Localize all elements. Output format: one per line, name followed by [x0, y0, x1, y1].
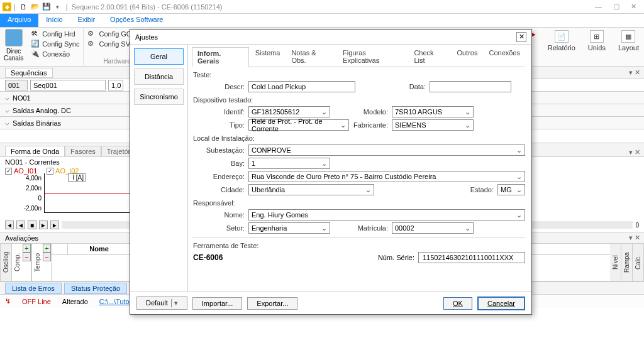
btn-importar[interactable]: Importar... — [192, 297, 243, 310]
label-data: Data: — [391, 83, 426, 90]
dropdown-icon[interactable]: ▾ — [53, 3, 62, 11]
side-sincronismo[interactable]: Sincronismo — [134, 89, 184, 105]
avaliacoes-close-icon[interactable]: ▾ ✕ — [629, 234, 640, 242]
select-identif[interactable]: GF1812505612 — [248, 106, 330, 117]
btn-cancelar[interactable]: Cancelar — [477, 297, 525, 310]
seq-name[interactable]: Seq001 — [30, 80, 106, 90]
avaliacoes-title: Avaliações — [5, 234, 38, 242]
minus-button[interactable]: − — [43, 253, 51, 261]
ribbon-conexao[interactable]: 🔌Conexão — [31, 49, 79, 59]
tab-fasores[interactable]: Fasores — [65, 146, 101, 156]
select-nome[interactable]: Eng. Hiury Gomes — [248, 209, 525, 220]
mtab-sistema[interactable]: Sistema — [250, 47, 286, 67]
mtab-notas[interactable]: Notas & Obs. — [286, 47, 336, 67]
open-icon[interactable]: 📂 — [31, 3, 40, 11]
scroll-right2-icon[interactable]: ► — [50, 220, 59, 229]
scroll-left2-icon[interactable]: ◄ — [16, 220, 25, 229]
modal-main: Inform. Gerais Sistema Notas & Obs. Figu… — [188, 45, 531, 291]
plus-button[interactable]: + — [23, 244, 31, 253]
modal-titlebar: Ajustes ✕ — [130, 30, 531, 45]
scroll-home-icon[interactable]: ■ — [28, 220, 36, 229]
input-data[interactable] — [430, 81, 511, 92]
maximize-icon[interactable]: ▢ — [613, 3, 619, 11]
tab-lista-erros[interactable]: Lista de Erros — [5, 283, 62, 294]
side-geral[interactable]: Geral — [134, 48, 184, 65]
save-icon[interactable]: 💾 — [42, 3, 51, 11]
select-fabricante[interactable]: SIEMENS — [392, 119, 474, 131]
vtab-tempo[interactable]: Tempo — [31, 244, 43, 281]
tab-arquivo[interactable]: Arquivo — [0, 14, 38, 27]
goose-icon: ⚙ — [87, 30, 96, 38]
minus-button[interactable]: − — [23, 253, 31, 261]
tab-opcoes[interactable]: Opções Software — [103, 14, 170, 27]
report-icon: 📄 — [555, 30, 569, 43]
select-bay[interactable]: 1 — [248, 158, 330, 169]
section-dispositivo: Dispositivo testado: — [193, 96, 525, 104]
checkbox-icon[interactable]: ✓ — [5, 168, 12, 175]
select-endereco[interactable]: Rua Visconde de Ouro Preto n° 75 - Bairr… — [248, 171, 525, 182]
input-num-serie[interactable]: 11502146302101110011XXX — [418, 252, 525, 263]
ribbon-layout[interactable]: ▦Layout — [614, 29, 643, 53]
select-modelo[interactable]: 7SR10 ARGUS — [392, 106, 474, 117]
direc-canais-icon — [5, 29, 23, 46]
input-descr[interactable]: Cold Load Pickup — [248, 81, 355, 92]
vtab-calc[interactable]: Calc. — [633, 244, 644, 281]
sequencias-tab[interactable]: Sequências — [5, 68, 53, 78]
select-matricula[interactable]: 00002 — [392, 222, 474, 234]
select-estado[interactable]: MG — [497, 184, 525, 195]
menu-tabs: Arquivo Início Exibir Opções Software — [0, 14, 644, 28]
layout-icon: ▦ — [621, 30, 635, 43]
tab-forma-onda[interactable]: Forma de Onda — [5, 146, 65, 156]
vtab-comp[interactable]: Comp. — [11, 244, 23, 281]
ribbon-unids[interactable]: ⊞Unids — [584, 29, 609, 53]
btn-exportar[interactable]: Exportar... — [247, 297, 297, 310]
ribbon-direc-canais[interactable]: DirecCanais — [0, 28, 27, 66]
mtab-checklist[interactable]: Check List — [409, 47, 450, 67]
seq-val[interactable]: 1,0 — [108, 80, 123, 90]
mtab-inform[interactable]: Inform. Gerais — [192, 47, 249, 67]
btn-ok[interactable]: OK — [443, 297, 472, 310]
label-cidade: Cidade: — [192, 186, 245, 193]
wave-close-icon[interactable]: ▾ ✕ — [629, 148, 640, 156]
tab-exibir[interactable]: Exibir — [70, 14, 103, 27]
tab-status-protecao[interactable]: Status Proteção — [64, 283, 127, 294]
device-model: CE-6006 — [193, 253, 223, 262]
modal-title-text: Ajustes — [135, 33, 158, 41]
minimize-icon[interactable]: — — [595, 3, 602, 11]
select-tipo[interactable]: Relé de Prot. - Prot. de Corrente — [248, 119, 349, 131]
quick-access-toolbar: 🗋 📂 💾 ▾ — [19, 3, 62, 11]
legend-ao-i01[interactable]: ✓AO_I01 — [5, 167, 37, 175]
close-icon[interactable]: ✕ — [631, 3, 636, 11]
vtab-nivel[interactable]: Nível — [610, 244, 621, 281]
label-estado: Estado: — [458, 186, 494, 193]
section-responsavel: Responsável: — [193, 199, 525, 207]
mtab-conexoes[interactable]: Conexões — [484, 47, 525, 67]
ribbon-config-hrd[interactable]: 🛠Config Hrd — [31, 29, 79, 39]
scroll-left-icon[interactable]: ◄ — [5, 220, 14, 229]
label-tipo: Tipo: — [192, 121, 245, 129]
mtab-outros[interactable]: Outros — [452, 47, 482, 67]
ribbon-relatorio[interactable]: 📄Relatório — [544, 29, 579, 53]
wave-title: NO01 - Correntes — [5, 158, 86, 166]
modal-close-icon[interactable]: ✕ — [516, 32, 526, 42]
sequencias-close-icon[interactable]: ▾ ✕ — [629, 68, 640, 77]
side-distancia[interactable]: Distância — [134, 68, 184, 85]
select-subestacao[interactable]: CONPROVE — [248, 144, 525, 156]
tab-inicio[interactable]: Início — [38, 14, 70, 27]
ribbon-config-sync[interactable]: 🔄Config Sync — [31, 39, 79, 49]
scroll-right-icon[interactable]: ► — [39, 220, 48, 229]
select-setor[interactable]: Engenharia — [248, 222, 330, 234]
y-tick: 2,00n — [19, 185, 42, 192]
y-tick: -2,00n — [19, 205, 42, 212]
btn-default[interactable]: Default — [136, 297, 187, 310]
select-cidade[interactable]: Uberlândia — [248, 184, 374, 195]
mtab-figuras[interactable]: Figuras Explicativas — [338, 47, 408, 67]
new-icon[interactable]: 🗋 — [19, 3, 28, 11]
col-nome: Nome — [68, 244, 131, 254]
seq-num[interactable]: 001 — [5, 80, 28, 90]
label-identif: Identif: — [192, 108, 245, 116]
vtab-oscilog[interactable]: Oscilog — [0, 244, 11, 281]
plus-button[interactable]: + — [43, 244, 51, 253]
vtab-rampa[interactable]: Rampa — [621, 244, 633, 281]
section-teste: Teste: — [193, 71, 525, 79]
